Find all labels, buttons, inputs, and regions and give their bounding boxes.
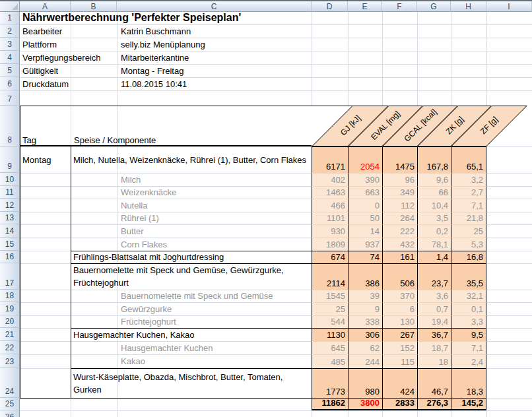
meta-value-verpflegungsbereich[interactable]: Mitarbeiterkantine <box>121 51 189 64</box>
row-header-12[interactable]: 12 <box>0 199 20 212</box>
value-cell[interactable]: 980 <box>348 368 382 398</box>
value-cell[interactable]: 112 <box>382 199 417 212</box>
value-cell[interactable]: 386 <box>348 263 382 290</box>
value-cell[interactable]: 36,7 <box>417 328 451 341</box>
row-header-23[interactable]: 23 <box>0 354 20 368</box>
meta-value-bearbeiter[interactable]: Katrin Buschmann <box>121 24 191 38</box>
value-cell[interactable]: 1,4 <box>417 251 451 263</box>
value-cell[interactable]: 222 <box>382 224 417 238</box>
value-cell[interactable]: 3,6 <box>417 290 451 302</box>
value-cell[interactable]: 663 <box>348 186 382 199</box>
value-cell[interactable]: 3,5 <box>417 212 451 224</box>
meal-label[interactable]: Hausgemachter Kuchen, Kakao <box>73 328 311 341</box>
value-cell[interactable]: 338 <box>348 315 382 328</box>
column-header-C[interactable]: C <box>117 1 312 12</box>
meta-label-plattform[interactable]: Plattform <box>22 38 57 51</box>
row-header-10[interactable]: 10 <box>0 173 20 186</box>
value-cell[interactable]: 74 <box>348 251 382 263</box>
value-cell[interactable]: 96 <box>382 173 417 186</box>
day-cell[interactable]: Montag <box>22 146 51 173</box>
value-cell[interactable]: 145,2 <box>451 398 486 410</box>
value-cell[interactable]: 7,1 <box>451 199 486 212</box>
value-cell[interactable]: 2114 <box>312 263 348 290</box>
value-cell[interactable]: 1773 <box>312 368 348 398</box>
value-cell[interactable]: 466 <box>312 199 348 212</box>
value-cell[interactable]: 167,8 <box>417 146 451 173</box>
value-cell[interactable]: 7,1 <box>451 341 486 354</box>
meta-value-druckdatum[interactable]: 11.08.2015 10:41 <box>121 77 187 90</box>
column-header-F[interactable]: F <box>382 1 417 12</box>
component-label[interactable]: Corn Flakes <box>121 238 167 251</box>
value-cell[interactable]: 267 <box>382 328 417 341</box>
value-cell[interactable]: 25 <box>451 224 486 238</box>
row-header-14[interactable]: 14 <box>0 224 20 238</box>
value-cell[interactable]: 674 <box>312 251 348 263</box>
value-cell[interactable]: 66 <box>417 186 451 199</box>
value-cell[interactable]: 306 <box>348 328 382 341</box>
tag-header-cell[interactable]: Tag <box>22 106 36 148</box>
meal-label[interactable]: Frühlings-Blattsalat mit Joghurtdressing <box>73 251 311 263</box>
row-header-4[interactable]: 4 <box>0 51 20 64</box>
row-header-18[interactable]: 18 <box>0 290 20 302</box>
value-cell[interactable]: 0,7 <box>417 302 451 315</box>
component-label[interactable]: Früchtejoghurt <box>121 315 176 328</box>
value-cell[interactable]: 10,4 <box>417 199 451 212</box>
meta-value-gueltigkeit[interactable]: Montag - Freitag <box>121 64 183 77</box>
column-header-B[interactable]: B <box>71 1 117 12</box>
value-cell[interactable]: 370 <box>382 290 417 302</box>
value-cell[interactable]: 390 <box>348 173 382 186</box>
value-cell[interactable]: 1130 <box>312 328 348 341</box>
value-cell[interactable]: 23,7 <box>417 263 451 290</box>
value-cell[interactable]: 9,6 <box>417 173 451 186</box>
component-label[interactable]: Bauernomelette mit Speck und Gemüse <box>121 290 273 302</box>
value-cell[interactable]: 349 <box>382 186 417 199</box>
value-cell[interactable]: 645 <box>312 341 348 354</box>
value-cell[interactable]: 5,3 <box>451 238 486 251</box>
component-label[interactable]: Rührei (1) <box>121 212 159 224</box>
meal-label[interactable]: Milch, Nutella, Weizenknäcke, Rührei (1)… <box>73 146 311 173</box>
row-header-25[interactable]: 25 <box>0 398 20 410</box>
meta-value-plattform[interactable]: selly.biz Menüplanung <box>121 38 205 51</box>
value-cell[interactable]: 244 <box>348 354 382 368</box>
value-cell[interactable]: 11862 <box>312 398 348 410</box>
meta-label-bearbeiter[interactable]: Bearbeiter <box>22 24 62 38</box>
column-header-D[interactable]: D <box>312 1 348 12</box>
value-cell[interactable]: 18 <box>417 354 451 368</box>
value-cell[interactable]: 1101 <box>312 212 348 224</box>
value-cell[interactable]: 264 <box>382 212 417 224</box>
meal-label[interactable]: Wurst-Käseplatte, Obazda, Mischbrot, But… <box>73 368 311 398</box>
component-label[interactable]: Nutella <box>121 199 147 212</box>
column-header-G[interactable]: G <box>417 1 451 12</box>
value-cell[interactable]: 424 <box>382 368 417 398</box>
value-cell[interactable]: 1475 <box>382 146 417 173</box>
value-cell[interactable]: 46,7 <box>417 368 451 398</box>
component-label[interactable]: Butter <box>121 224 144 238</box>
row-header-2[interactable]: 2 <box>0 24 20 38</box>
meta-label-gueltigkeit[interactable]: Gültigkeit <box>22 64 58 77</box>
value-cell[interactable]: 1545 <box>312 290 348 302</box>
row-header-17[interactable]: 17 <box>0 263 20 290</box>
row-header-3[interactable]: 3 <box>0 38 20 51</box>
component-label[interactable]: Kakao <box>121 354 145 368</box>
row-header-20[interactable]: 20 <box>0 315 20 328</box>
value-cell[interactable]: 62 <box>348 341 382 354</box>
row-header-21[interactable]: 21 <box>0 328 20 341</box>
row-header-6[interactable]: 6 <box>0 77 20 90</box>
row-header-11[interactable]: 11 <box>0 186 20 199</box>
column-header-H[interactable]: H <box>451 1 486 12</box>
value-cell[interactable]: 65,1 <box>451 146 486 173</box>
value-cell[interactable]: 6 <box>382 302 417 315</box>
row-header-13[interactable]: 13 <box>0 212 20 224</box>
value-cell[interactable]: 0,2 <box>417 224 451 238</box>
value-cell[interactable]: 18,7 <box>417 341 451 354</box>
value-cell[interactable]: 19,4 <box>417 315 451 328</box>
value-cell[interactable]: 21,8 <box>451 212 486 224</box>
value-cell[interactable]: 3800 <box>348 398 382 410</box>
value-cell[interactable]: 930 <box>312 224 348 238</box>
value-cell[interactable]: 14 <box>348 224 382 238</box>
value-cell[interactable]: 152 <box>382 341 417 354</box>
value-cell[interactable]: 9,5 <box>451 328 486 341</box>
value-cell[interactable]: 3,2 <box>451 173 486 186</box>
speise-header-cell[interactable]: Speise / Komponente <box>74 106 156 148</box>
value-cell[interactable]: 276,3 <box>417 398 451 410</box>
